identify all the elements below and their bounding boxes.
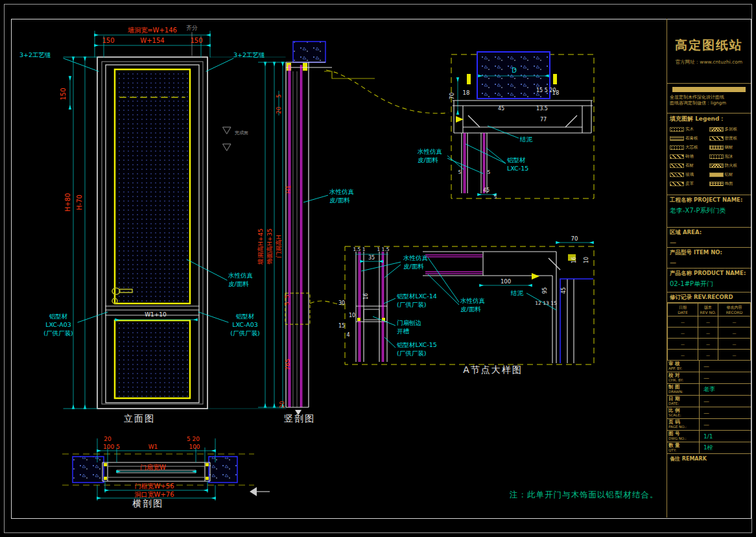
subheader-line1: 全屋定制木作深化设计图纸 (670, 95, 748, 101)
dim-label: 5 (494, 194, 497, 200)
wall-lintel (293, 42, 325, 62)
view-caption: 立面图 (124, 413, 155, 424)
legend-label: 密度板 (725, 136, 738, 141)
dim-label: 30 (338, 300, 345, 306)
dim-label: D (512, 67, 517, 74)
dim-label: 150 (190, 37, 202, 44)
field-label-en: PRODUCT NAME: (694, 270, 746, 276)
field-value: 02-1#P单开门 (670, 280, 748, 289)
gold-bar (672, 87, 746, 92)
field-label-zh: 产品名称 (670, 270, 692, 276)
legend-item: 泡沫 (709, 152, 749, 161)
material-label: 门扇刨边 (397, 319, 421, 326)
field-value: 老李-X7-P系列门类 (670, 206, 748, 215)
legend-item: 砖墙 (670, 152, 709, 161)
legend-item: 多层板 (709, 125, 749, 134)
dim-label: 16 (363, 293, 369, 300)
dim-label: 150 (60, 88, 67, 100)
rev-col-header: 日期DATE (668, 304, 698, 316)
joint-wedge (456, 116, 464, 123)
rev-row: ——— (668, 316, 751, 328)
dim-label: 16 (571, 257, 577, 263)
node-detail-top: D 18 18 70 15 5 20 45 13.5 77 5 5 结泥 水性仿… (417, 52, 594, 200)
material-label: 皮/面料 (460, 305, 481, 313)
dim-label: 18 (463, 90, 470, 96)
dim-label: 45 (483, 187, 490, 193)
revision-table: 日期DATE 版本REV NO. 修改内容RECORD ——— ——— ——— … (667, 303, 751, 361)
dim-label: 13.5 (536, 106, 548, 112)
revision-title: 修订记录 REV.RECORD (667, 292, 751, 303)
field-product-name: 产品名称 PRODUCT NAME: 02-1#P单开门 (667, 268, 751, 292)
head-frame-profile (453, 101, 593, 193)
legend-label: 石膏板 (685, 136, 698, 141)
material-label: 铝型材 (236, 313, 255, 320)
joint-wedge (532, 273, 539, 280)
dim-label: 15 (338, 323, 345, 329)
legend-item: 皮革 (670, 179, 709, 188)
rev-col-header: 版本REV NO. (698, 304, 718, 316)
material-label: 开槽 (397, 328, 410, 335)
legend-item: 防火板 (709, 161, 749, 170)
finish-mark-label: 完成面 (235, 130, 248, 136)
info-row-dwg-no: 图 号DWG NO.: 1/1 (667, 431, 751, 442)
material-label: 水性仿真 (329, 188, 354, 195)
legend-item: 大芯板 (670, 143, 709, 152)
brand-website: 官方网址：www.cntuzhi.com (670, 59, 748, 66)
legend-item: 铝材 (709, 170, 749, 179)
legend-label: 大芯板 (685, 145, 698, 150)
dim-label: 45 (498, 106, 504, 112)
dim-label: 20 (279, 401, 285, 409)
rev-row: ——— (668, 350, 751, 361)
info-row-qty: 数 量QTY: 1樘 (667, 442, 751, 454)
info-value: — (700, 372, 751, 383)
dim-label: 门框宽W+56 (135, 483, 174, 490)
dim-label: 20 (276, 106, 282, 114)
info-value: 老李 (700, 384, 751, 395)
material-label: LXC-A03 (45, 321, 71, 328)
dim-label: 20 (104, 436, 112, 442)
material-label: 水性仿真 (228, 272, 253, 279)
material-label: 皮/面料 (228, 280, 249, 287)
info-value: — (700, 396, 751, 407)
dim-label: 1.5 1 (353, 246, 365, 252)
finish-layer-lines (464, 133, 485, 193)
legend-label: 石材 (685, 163, 694, 169)
material-label: 结泥 (519, 136, 533, 143)
material-label: 水性仿真 (417, 148, 442, 155)
field-label-en: AREA: (683, 229, 702, 235)
field-label-zh: 工程名称 (670, 197, 692, 203)
node-detail-mid: 1.5 1 1 1.5 35 16 30 10 15 4 水性仿真 皮/面料 铝… (338, 235, 594, 375)
info-row-drawn: 制 图DRAWN: 老李 (667, 384, 751, 396)
material-label: (厂供厂装) (43, 329, 73, 337)
legend-label: 玻璃 (685, 172, 694, 178)
dim-label: 5 (285, 302, 290, 305)
drawing-canvas: 墙洞宽=W+146 W+154 150 150 齐分 完成面 3+2工艺缝 3+… (0, 0, 668, 537)
rev-row: ——— (668, 328, 751, 339)
material-label: 铝型材LXC-14 (397, 292, 437, 300)
legend-title: 填充图解 Legend： (670, 115, 748, 123)
detail-mid-leaders (361, 257, 556, 348)
title-block-brand: 高定图纸站 官方网址：www.cntuzhi.com (667, 19, 751, 84)
material-label: LXC-A03 (232, 321, 258, 328)
rev-col-header: 修改内容RECORD (718, 304, 751, 316)
material-label: (厂供厂装) (230, 329, 259, 337)
rev-row: ——— (668, 339, 751, 350)
field-value: — (670, 239, 748, 246)
hatch-legend: 填充图解 Legend： 实木 多层板 石膏板 密度板 大芯板 钢材 砖墙 泡沫… (667, 113, 751, 195)
dim-label: 70 (449, 93, 455, 100)
dim-label: W+154 (140, 37, 164, 44)
material-label: 皮/面料 (329, 197, 350, 204)
dim-label: 墙洞宽=W+146 (127, 27, 177, 34)
material-label: (厂供厂装) (397, 350, 426, 357)
material-label: LXC-15 (507, 165, 528, 172)
dim-label: W1 (148, 444, 158, 450)
field-label-en: PROJECT NAME: (694, 197, 742, 203)
section-mark (250, 487, 270, 496)
dim-label: 77 (540, 117, 547, 123)
legend-item: 玻璃 (670, 170, 709, 179)
legend-item: 石膏板 (670, 134, 709, 143)
material-label: 铝型材LXC-15 (397, 341, 437, 348)
finish-level-mark (223, 127, 231, 134)
legend-item: 实木 (670, 125, 709, 134)
dim-label: 100 (189, 444, 200, 450)
